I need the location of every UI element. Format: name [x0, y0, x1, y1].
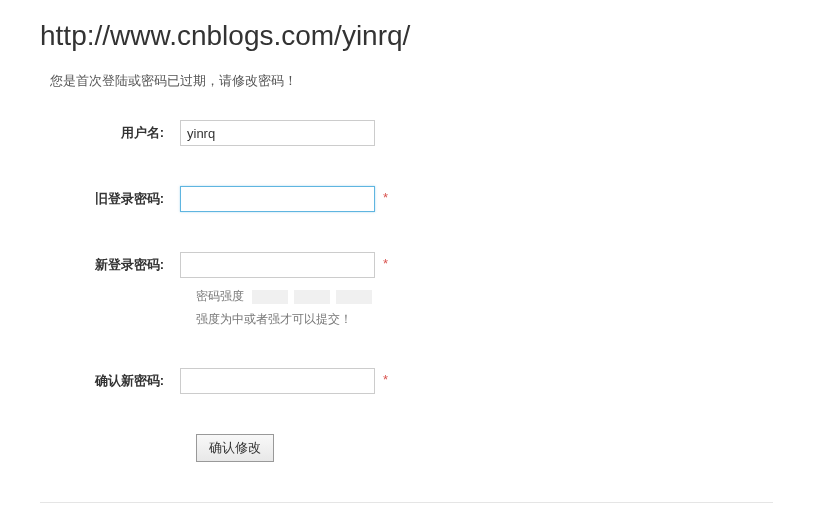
confirm-password-label: 确认新密码:	[40, 368, 180, 390]
new-password-label: 新登录密码:	[40, 252, 180, 274]
confirm-password-input[interactable]	[180, 368, 375, 394]
strength-hint: 强度为中或者强才可以提交！	[196, 311, 773, 328]
old-password-label: 旧登录密码:	[40, 186, 180, 208]
notice-text: 您是首次登陆或密码已过期，请修改密码！	[50, 72, 773, 90]
strength-bar-1	[252, 290, 288, 304]
divider	[40, 502, 773, 503]
strength-label: 密码强度	[196, 288, 244, 305]
required-mark-confirm: *	[383, 368, 388, 387]
required-mark-new: *	[383, 252, 388, 271]
username-input[interactable]	[180, 120, 375, 146]
username-label: 用户名:	[40, 120, 180, 142]
page-url-title: http://www.cnblogs.com/yinrq/	[40, 20, 773, 52]
new-password-input[interactable]	[180, 252, 375, 278]
strength-bar-3	[336, 290, 372, 304]
strength-bar-2	[294, 290, 330, 304]
submit-button[interactable]: 确认修改	[196, 434, 274, 462]
required-mark-old: *	[383, 186, 388, 205]
old-password-input[interactable]	[180, 186, 375, 212]
